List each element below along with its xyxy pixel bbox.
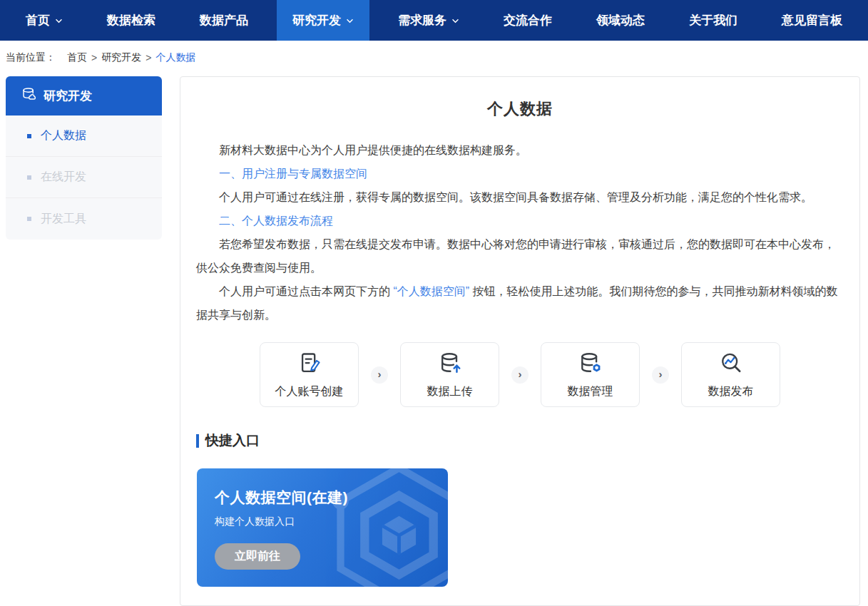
main-layout: 研究开发 个人数据 在线开发 开发工具 个人数据 新材料大数据中心为个人用户提供…	[0, 75, 868, 606]
quick-entry-title: 快捷入口	[205, 431, 260, 450]
bullet-square-icon	[27, 175, 31, 180]
arrow-right-icon: ›	[511, 366, 529, 384]
nav-item-label: 交流合作	[504, 12, 552, 29]
breadcrumb-separator: >	[145, 52, 151, 63]
data-manage-icon	[578, 351, 603, 379]
sidebar-item-label: 在线开发	[41, 170, 86, 185]
sidebar-header-research-dev: 研究开发	[6, 76, 162, 115]
flow-connector: ›	[640, 366, 681, 384]
nav-item-label: 数据产品	[200, 12, 248, 29]
bullet-square-icon	[27, 134, 31, 138]
intro-paragraph: 新材料大数据中心为个人用户提供便捷的在线数据构建服务。	[196, 138, 844, 162]
breadcrumb-home[interactable]: 首页	[67, 51, 87, 64]
nav-item-field-news[interactable]: 领域动态	[581, 0, 660, 41]
breadcrumb-separator: >	[91, 52, 97, 63]
section2-paragraph: 若您希望发布数据，只需在线提交发布申请。数据中心将对您的申请进行审核，审核通过后…	[196, 232, 844, 279]
section1-heading: 一、用户注册与专属数据空间	[196, 162, 844, 185]
nav-item-about-us[interactable]: 关于我们	[673, 0, 753, 41]
nav-item-label: 领域动态	[596, 12, 645, 29]
article-body: 新材料大数据中心为个人用户提供便捷的在线数据构建服务。 一、用户注册与专属数据空…	[196, 138, 844, 327]
sidebar-item-label: 个人数据	[41, 128, 86, 143]
data-upload-icon	[437, 351, 463, 379]
nav-item-demand-services[interactable]: 需求服务	[382, 0, 475, 41]
flow-connector: ›	[359, 366, 400, 384]
bullet-square-icon	[27, 217, 31, 221]
sidebar: 研究开发 个人数据 在线开发 开发工具	[6, 76, 162, 240]
nav-item-exchange-cooperation[interactable]: 交流合作	[488, 0, 568, 41]
nav-item-label: 意见留言板	[782, 12, 842, 29]
sidebar-header-label: 研究开发	[44, 88, 92, 104]
sidebar-item-online-dev[interactable]: 在线开发	[6, 157, 162, 198]
section-accent-bar	[196, 434, 199, 448]
cta-text-before: 个人用户可通过点击本网页下方的	[219, 285, 393, 297]
nav-item-label: 数据检索	[107, 12, 155, 29]
section1-paragraph: 个人用户可通过在线注册，获得专属的数据空间。该数据空间具备数据存储、管理及分析功…	[196, 185, 844, 209]
nav-item-data-search[interactable]: 数据检索	[91, 0, 171, 41]
flow-connector: ›	[499, 366, 541, 384]
flow-step-label: 数据上传	[427, 384, 473, 399]
nav-item-home[interactable]: 首页	[10, 0, 78, 41]
cta-paragraph: 个人用户可通过点击本网页下方的 “个人数据空间” 按钮，轻松使用上述功能。我们期…	[196, 279, 844, 327]
chevron-down-icon	[55, 19, 63, 24]
flow-step-data-publish[interactable]: 数据发布	[681, 342, 780, 407]
top-navigation: 首页 数据检索 数据产品 研究开发 需求服务 交流合作 领域动态 关于我们 意见…	[0, 0, 868, 41]
chevron-down-icon	[346, 19, 354, 24]
sidebar-item-personal-data[interactable]: 个人数据	[6, 115, 162, 157]
go-now-button[interactable]: 立即前往	[215, 543, 300, 570]
card-subtitle: 构建个人数据入口	[215, 515, 448, 528]
page-title: 个人数据	[196, 98, 844, 120]
nav-item-feedback-board[interactable]: 意见留言板	[766, 0, 858, 41]
breadcrumb: 当前位置： 首页 > 研究开发 > 个人数据	[0, 41, 868, 75]
nav-item-label: 研究开发	[292, 12, 341, 29]
arrow-right-icon: ›	[652, 366, 669, 384]
nav-item-label: 关于我们	[689, 12, 737, 29]
content-panel: 个人数据 新材料大数据中心为个人用户提供便捷的在线数据构建服务。 一、用户注册与…	[180, 76, 860, 606]
nav-item-data-products[interactable]: 数据产品	[184, 0, 264, 41]
database-cloud-icon	[21, 87, 36, 106]
quick-entry-section-header: 快捷入口	[196, 431, 844, 450]
chevron-down-icon	[451, 19, 459, 24]
flow-step-label: 数据管理	[568, 384, 613, 399]
nav-item-label: 需求服务	[398, 12, 446, 29]
flow-step-data-manage[interactable]: 数据管理	[541, 342, 640, 407]
process-flow: 个人账号创建 › 数据上传 ›	[196, 342, 844, 407]
breadcrumb-research-dev[interactable]: 研究开发	[101, 51, 141, 64]
sidebar-item-label: 开发工具	[41, 212, 86, 227]
nav-item-label: 首页	[26, 12, 50, 29]
flow-step-label: 数据发布	[708, 384, 754, 399]
breadcrumb-current-page: 个人数据	[155, 51, 195, 64]
breadcrumb-prefix: 当前位置：	[6, 51, 56, 64]
flow-step-label: 个人账号创建	[275, 384, 344, 399]
personal-data-space-link[interactable]: “个人数据空间”	[393, 285, 469, 297]
account-create-icon	[297, 351, 322, 379]
flow-step-account-create[interactable]: 个人账号创建	[260, 342, 359, 407]
data-publish-icon	[718, 351, 744, 379]
card-title: 个人数据空间(在建)	[215, 488, 448, 508]
section2-heading: 二、个人数据发布流程	[196, 209, 844, 232]
arrow-right-icon: ›	[371, 366, 388, 384]
sidebar-item-dev-tools[interactable]: 开发工具	[6, 198, 162, 240]
nav-item-research-dev[interactable]: 研究开发	[277, 0, 369, 41]
flow-step-data-upload[interactable]: 数据上传	[400, 342, 499, 407]
personal-data-space-card[interactable]: 个人数据空间(在建) 构建个人数据入口 立即前往	[197, 468, 448, 587]
